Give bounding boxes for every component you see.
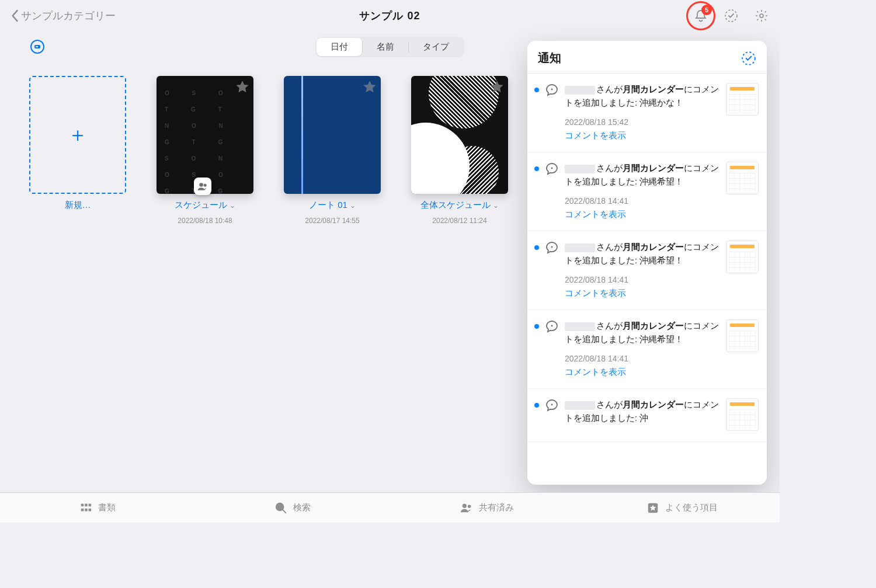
star-icon[interactable] xyxy=(362,79,377,95)
svg-rect-18 xyxy=(88,508,91,511)
popover-title: 通知 xyxy=(538,50,561,66)
document-date: 2022/08/17 14:55 xyxy=(305,217,359,225)
notification-item[interactable]: さんが月間カレンダーにコメントを追加しました: 沖縄希望！2022/08/18 … xyxy=(527,310,767,389)
popover-header: 通知 xyxy=(527,41,767,74)
notification-thumbnail xyxy=(726,162,759,194)
document-name[interactable]: スケジュール⌄ xyxy=(175,200,235,211)
people-icon xyxy=(197,180,208,192)
shared-badge xyxy=(194,178,211,195)
settings-button[interactable] xyxy=(754,8,769,23)
svg-rect-17 xyxy=(85,508,88,511)
document-cover[interactable]: O S OT G TN O NG T GS O NO S OG T G xyxy=(157,76,253,194)
document-name[interactable]: ノート 01⌄ xyxy=(309,200,356,211)
redacted-name xyxy=(565,165,595,173)
notification-item[interactable]: さんが月間カレンダーにコメントを追加しました: 沖縄かな！2022/08/18 … xyxy=(527,74,767,152)
page-title: サンプル 02 xyxy=(359,9,420,23)
tab-label: 書類 xyxy=(98,502,116,513)
new-document-cover[interactable]: ＋ xyxy=(29,76,126,194)
notification-text: さんが月間カレンダーにコメントを追加しました: 沖縄希望！ xyxy=(565,162,720,188)
tab-documents[interactable]: 書類 xyxy=(0,502,195,514)
notification-text: さんが月間カレンダーにコメントを追加しました: 沖縄希望！ xyxy=(565,241,720,267)
document-cover[interactable] xyxy=(411,76,508,194)
document-item[interactable]: 全体スケジュール⌄ 2022/08/12 11:24 xyxy=(410,76,509,225)
view-comment-link[interactable]: コメントを表示 xyxy=(565,209,720,220)
document-cover[interactable] xyxy=(284,76,381,194)
segment-name[interactable]: 名前 xyxy=(363,38,408,56)
tab-search[interactable]: 検索 xyxy=(195,502,390,514)
view-options-button[interactable] xyxy=(28,37,47,56)
svg-rect-13 xyxy=(81,503,84,506)
svg-point-21 xyxy=(468,505,471,508)
document-item[interactable]: ノート 01⌄ 2022/08/17 14:55 xyxy=(283,76,382,225)
dashed-check-icon xyxy=(724,9,738,23)
svg-point-10 xyxy=(551,246,553,248)
svg-point-20 xyxy=(463,503,467,507)
svg-rect-4 xyxy=(36,46,38,47)
back-button[interactable]: サンプルカテゴリー xyxy=(11,9,116,23)
tab-label: よく使う項目 xyxy=(665,502,718,513)
notification-text: さんが月間カレンダーにコメントを追加しました: 沖縄かな！ xyxy=(565,83,720,109)
notification-thumbnail xyxy=(726,241,759,273)
search-icon xyxy=(274,502,287,514)
segment-type[interactable]: タイプ xyxy=(409,38,463,56)
comment-icon xyxy=(545,162,559,176)
grid-icon xyxy=(79,502,92,514)
svg-rect-14 xyxy=(85,503,88,506)
new-document[interactable]: ＋ 新規… xyxy=(28,76,127,211)
top-actions: 5 xyxy=(693,8,769,23)
notification-thumbnail xyxy=(726,319,759,352)
notification-item[interactable]: さんが月間カレンダーにコメントを追加しました: 沖縄希望！2022/08/18 … xyxy=(527,231,767,310)
view-comment-link[interactable]: コメントを表示 xyxy=(565,367,720,378)
star-icon[interactable] xyxy=(489,79,505,95)
document-date: 2022/08/18 10:48 xyxy=(178,217,232,225)
comment-icon xyxy=(545,398,559,412)
popover-select-button[interactable] xyxy=(741,51,756,66)
notification-time: 2022/08/18 15:42 xyxy=(565,117,720,127)
star-icon xyxy=(646,502,659,514)
document-item[interactable]: O S OT G TN O NG T GS O NO S OG T G スケジュ… xyxy=(155,76,255,225)
notifications-button[interactable]: 5 xyxy=(693,8,708,23)
tab-label: 共有済み xyxy=(479,502,514,513)
notification-thumbnail xyxy=(726,83,759,116)
svg-rect-16 xyxy=(81,508,84,511)
document-date: 2022/08/12 11:24 xyxy=(432,217,486,225)
comment-icon xyxy=(545,319,559,333)
comment-icon xyxy=(545,241,559,255)
chevron-down-icon: ⌄ xyxy=(493,201,499,210)
notification-badge: 5 xyxy=(701,5,712,15)
notification-time: 2022/08/18 14:41 xyxy=(565,196,720,206)
notification-time: 2022/08/18 14:41 xyxy=(565,275,720,284)
chevron-left-icon xyxy=(11,9,19,22)
view-comment-link[interactable]: コメントを表示 xyxy=(565,130,720,141)
svg-point-6 xyxy=(204,184,207,187)
segment-date[interactable]: 日付 xyxy=(317,38,362,56)
view-comment-link[interactable]: コメントを表示 xyxy=(565,288,720,299)
new-document-label: 新規… xyxy=(65,200,91,211)
chevron-down-icon: ⌄ xyxy=(230,201,235,210)
document-name[interactable]: 全体スケジュール⌄ xyxy=(420,200,499,211)
people-icon xyxy=(460,502,473,514)
unread-dot xyxy=(534,245,539,250)
svg-point-1 xyxy=(760,14,763,18)
back-label: サンプルカテゴリー xyxy=(21,9,116,23)
list-icon xyxy=(29,39,46,55)
svg-point-5 xyxy=(199,183,203,187)
unread-dot xyxy=(534,403,539,408)
star-icon[interactable] xyxy=(235,79,250,95)
notification-text: さんが月間カレンダーにコメントを追加しました: 沖 xyxy=(565,398,720,425)
top-bar: サンプルカテゴリー サンプル 02 5 xyxy=(0,0,780,32)
notification-list[interactable]: さんが月間カレンダーにコメントを追加しました: 沖縄かな！2022/08/18 … xyxy=(527,74,767,485)
notification-time: 2022/08/18 14:41 xyxy=(565,354,720,363)
svg-point-11 xyxy=(551,325,553,327)
tab-shared[interactable]: 共有済み xyxy=(390,502,585,514)
svg-rect-15 xyxy=(88,503,91,506)
tab-favorites[interactable]: よく使う項目 xyxy=(585,502,780,514)
cover-art xyxy=(446,146,499,194)
redacted-name xyxy=(565,243,595,252)
notification-item[interactable]: さんが月間カレンダーにコメントを追加しました: 沖縄希望！2022/08/18 … xyxy=(527,152,767,231)
chevron-down-icon: ⌄ xyxy=(350,201,356,210)
select-button[interactable] xyxy=(724,8,739,23)
sort-segmented: 日付 名前 タイプ xyxy=(315,37,464,57)
unread-dot xyxy=(534,324,539,329)
notification-item[interactable]: さんが月間カレンダーにコメントを追加しました: 沖 xyxy=(527,389,767,442)
